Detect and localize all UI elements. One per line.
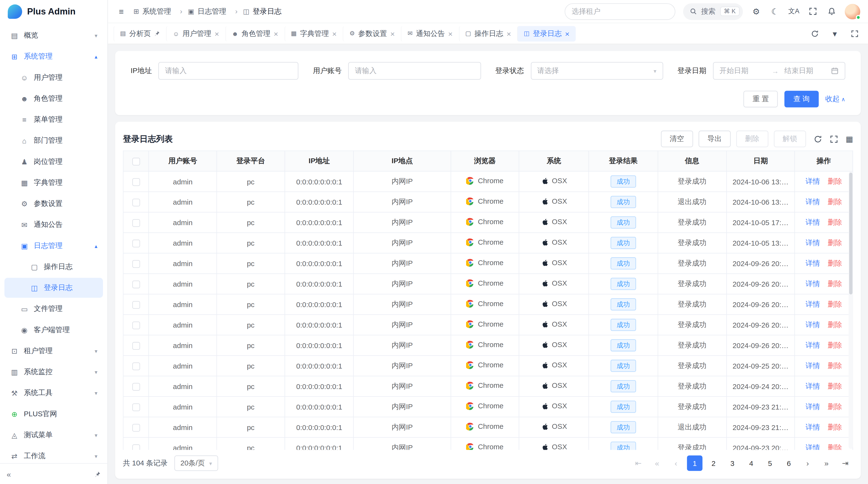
sidebar-item[interactable]: ⊞ 系统管理 ▴ xyxy=(4,46,103,67)
page-button[interactable]: 5 xyxy=(762,456,778,471)
sidebar-item[interactable]: ▢ 操作日志 xyxy=(4,257,103,277)
delete-link[interactable]: 删除 xyxy=(828,218,842,226)
tab[interactable]: ✉ 通知公告 × xyxy=(401,26,459,41)
refresh-icon[interactable] xyxy=(809,30,820,37)
detail-link[interactable]: 详情 xyxy=(806,279,820,288)
pager-nav-button[interactable]: ‹ xyxy=(668,456,684,471)
chevron-down-icon[interactable]: ▾ xyxy=(829,28,840,38)
row-checkbox[interactable] xyxy=(132,199,140,206)
page-button[interactable]: 6 xyxy=(781,456,797,471)
reset-button[interactable]: 重 置 xyxy=(744,91,778,107)
detail-link[interactable]: 详情 xyxy=(806,361,820,369)
sidebar-item[interactable]: ◫ 登录日志 xyxy=(4,278,103,298)
clear-button[interactable]: 清空 xyxy=(661,131,693,147)
unlock-button[interactable]: 解锁 xyxy=(774,131,806,147)
collapse-sidebar-icon[interactable]: « xyxy=(7,470,11,479)
global-search-button[interactable]: 搜索 ⌘ K xyxy=(683,3,743,20)
detail-link[interactable]: 详情 xyxy=(806,198,820,206)
delete-link[interactable]: 删除 xyxy=(828,443,842,450)
sidebar-item[interactable]: ▥ 系统监控 ▾ xyxy=(4,362,103,382)
row-checkbox[interactable] xyxy=(132,424,140,431)
app-logo-row[interactable]: Plus Admin xyxy=(0,0,107,23)
detail-link[interactable]: 详情 xyxy=(806,300,820,308)
delete-link[interactable]: 删除 xyxy=(828,320,842,328)
tab[interactable]: ⚙ 参数设置 × xyxy=(343,26,401,41)
detail-link[interactable]: 详情 xyxy=(806,382,820,390)
breadcrumb-item[interactable]: ◫ 登录日志 xyxy=(243,6,281,16)
menu-toggle-icon[interactable]: ≡ xyxy=(116,7,127,16)
language-icon[interactable]: 文A xyxy=(788,7,799,16)
avatar[interactable] xyxy=(845,4,860,19)
breadcrumb-item[interactable]: ⊞ 系统管理 xyxy=(133,6,188,16)
page-button[interactable]: 1 xyxy=(687,456,702,471)
page-button[interactable]: 3 xyxy=(724,456,740,471)
delete-link[interactable]: 删除 xyxy=(828,279,842,288)
detail-link[interactable]: 详情 xyxy=(806,238,820,247)
sidebar-item[interactable]: ▤ 概览 ▾ xyxy=(4,26,103,45)
page-button[interactable]: 4 xyxy=(743,456,759,471)
sidebar-item[interactable]: ⚒ 系统工具 ▾ xyxy=(4,383,103,403)
row-checkbox[interactable] xyxy=(132,260,140,268)
status-select[interactable]: 请选择 ▾ xyxy=(531,62,663,79)
close-icon[interactable]: × xyxy=(215,30,219,37)
sidebar-item[interactable]: ▣ 日志管理 ▴ xyxy=(4,236,103,256)
pin-icon[interactable] xyxy=(154,30,160,36)
detail-link[interactable]: 详情 xyxy=(806,423,820,431)
detail-link[interactable]: 详情 xyxy=(806,259,820,267)
sidebar-item[interactable]: ☻ 角色管理 xyxy=(4,89,103,108)
pager-nav-button[interactable]: « xyxy=(649,456,665,471)
delete-button[interactable]: 删除 xyxy=(736,131,768,147)
collapse-filter-link[interactable]: 收起 ∧ xyxy=(825,94,845,104)
scrollbar-track[interactable] xyxy=(849,172,853,449)
pager-nav-button[interactable]: ⇤ xyxy=(630,456,646,471)
row-checkbox[interactable] xyxy=(132,178,140,186)
detail-link[interactable]: 详情 xyxy=(806,218,820,226)
delete-link[interactable]: 删除 xyxy=(828,423,842,431)
row-checkbox[interactable] xyxy=(132,301,140,309)
delete-link[interactable]: 删除 xyxy=(828,259,842,267)
row-checkbox[interactable] xyxy=(132,321,140,329)
row-checkbox[interactable] xyxy=(132,362,140,370)
date-range-input[interactable]: 开始日期 → 结束日期 xyxy=(713,62,845,79)
detail-link[interactable]: 详情 xyxy=(806,402,820,411)
tenant-select[interactable]: 选择租户 xyxy=(564,3,675,20)
row-checkbox[interactable] xyxy=(132,383,140,390)
delete-link[interactable]: 删除 xyxy=(828,177,842,185)
sidebar-item[interactable]: ✉ 通知公告 xyxy=(4,215,103,235)
delete-link[interactable]: 删除 xyxy=(828,238,842,247)
select-all-checkbox[interactable] xyxy=(132,158,140,165)
delete-link[interactable]: 删除 xyxy=(828,300,842,308)
pager-nav-button[interactable]: » xyxy=(819,456,834,471)
delete-link[interactable]: 删除 xyxy=(828,361,842,369)
sidebar-item[interactable]: ▦ 字典管理 xyxy=(4,172,103,193)
row-checkbox[interactable] xyxy=(132,342,140,350)
delete-link[interactable]: 删除 xyxy=(828,402,842,411)
delete-link[interactable]: 删除 xyxy=(828,382,842,390)
fullscreen-icon[interactable] xyxy=(830,135,838,143)
tab[interactable]: ☺ 用户管理 × xyxy=(166,26,225,41)
sidebar-item[interactable]: ⇄ 工作流 ▾ xyxy=(4,446,103,463)
close-icon[interactable]: × xyxy=(274,30,278,37)
ip-input[interactable]: 请输入 xyxy=(158,62,299,79)
delete-link[interactable]: 删除 xyxy=(828,198,842,206)
tab[interactable]: ▢ 操作日志 × xyxy=(459,26,517,41)
layout-expand-icon[interactable] xyxy=(849,30,860,37)
query-button[interactable]: 查 询 xyxy=(784,91,818,107)
close-icon[interactable]: × xyxy=(390,30,395,37)
row-checkbox[interactable] xyxy=(132,219,140,227)
account-input[interactable]: 请输入 xyxy=(348,62,481,79)
pin-icon[interactable] xyxy=(94,471,101,478)
fullscreen-icon[interactable] xyxy=(807,7,818,15)
detail-link[interactable]: 详情 xyxy=(806,320,820,328)
tab[interactable]: ◫ 登录日志 × xyxy=(517,26,576,41)
refresh-icon[interactable] xyxy=(813,135,822,143)
tab[interactable]: ☻ 角色管理 × xyxy=(225,26,284,41)
breadcrumb-item[interactable]: ▣ 日志管理 xyxy=(188,6,243,16)
detail-link[interactable]: 详情 xyxy=(806,341,820,349)
row-checkbox[interactable] xyxy=(132,444,140,450)
pager-nav-button[interactable]: › xyxy=(800,456,815,471)
tab[interactable]: ▤ 分析页 xyxy=(114,26,166,41)
row-checkbox[interactable] xyxy=(132,403,140,411)
detail-link[interactable]: 详情 xyxy=(806,443,820,450)
sidebar-item[interactable]: ◬ 测试菜单 ▾ xyxy=(4,425,103,445)
